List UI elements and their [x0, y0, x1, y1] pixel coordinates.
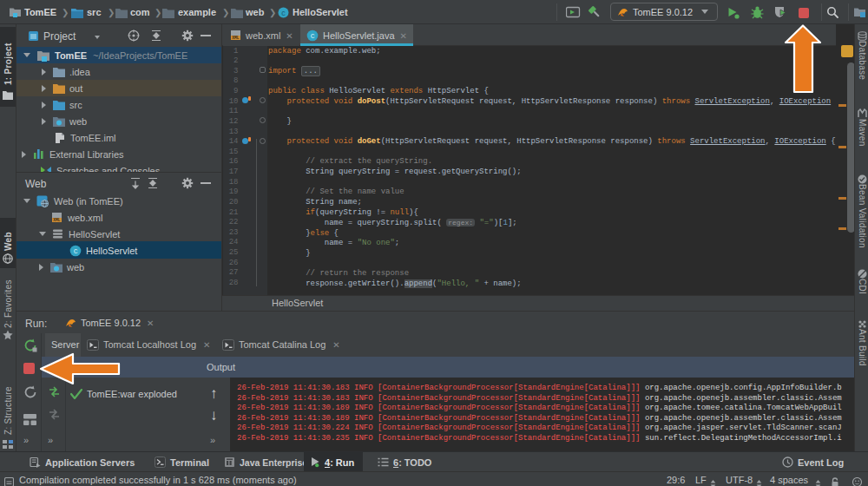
- svg-text:c: c: [311, 30, 315, 40]
- svg-text:c: c: [281, 9, 286, 17]
- svg-text:XML: XML: [53, 218, 61, 222]
- svg-text:c: c: [74, 246, 78, 255]
- svg-text:XML: XML: [232, 36, 240, 40]
